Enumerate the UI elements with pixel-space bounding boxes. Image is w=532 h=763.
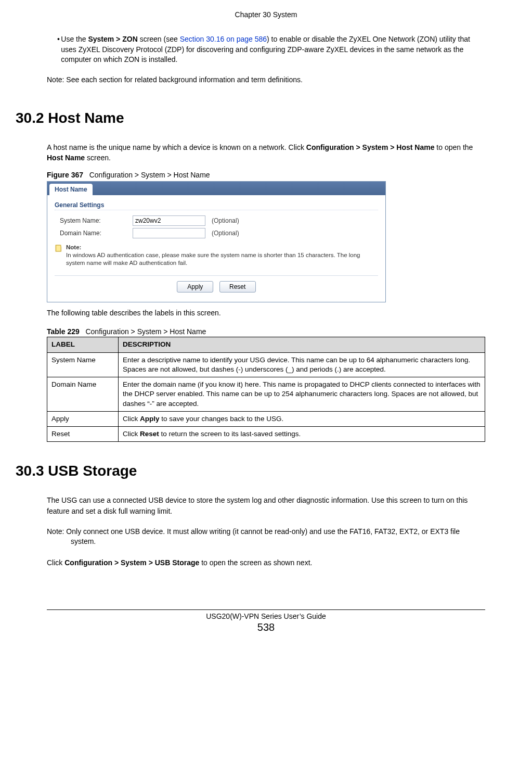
note-title: Note:	[66, 244, 81, 250]
td-desc-bold: Apply	[140, 415, 160, 423]
p303-bold: Configuration > System > USB Storage	[64, 558, 199, 567]
table-row: Reset Click Reset to return the screen t…	[47, 427, 485, 442]
note-text: In windows AD authentication case, pleas…	[66, 252, 360, 266]
figure-caption-text: Configuration > System > Host Name	[89, 171, 210, 179]
section-302-heading: 30.2 Host Name	[16, 110, 485, 126]
bullet-prefix: Use the	[61, 35, 88, 43]
th-label: LABEL	[47, 337, 119, 352]
domain-name-label: Domain Name:	[55, 230, 133, 237]
figure-caption: Figure 367 Configuration > System > Host…	[47, 171, 485, 179]
p303-post: to open the screen as shown next.	[199, 558, 312, 567]
p303-pre: Click	[47, 558, 64, 567]
footer-rule	[47, 609, 485, 610]
page-footer: USG20(W)-VPN Series User’s Guide 538	[47, 609, 485, 633]
intro-bullet: • Use the System > ZON screen (see Secti…	[57, 34, 485, 65]
table-label: Table 229	[47, 327, 80, 336]
td-label: Domain Name	[47, 377, 119, 412]
section-303-heading: 30.3 USB Storage	[16, 463, 485, 479]
td-desc-post: to return the screen to its last-saved s…	[159, 430, 301, 438]
td-label: Reset	[47, 427, 119, 442]
section-303-para1: The USG can use a connected USB device t…	[47, 495, 485, 516]
svg-rect-0	[56, 245, 61, 251]
bullet-bold1: System > ZON	[88, 35, 137, 43]
apply-button[interactable]: Apply	[177, 281, 213, 293]
note-icon	[55, 244, 63, 252]
table-row: Domain Name Enter the domain name (if yo…	[47, 377, 485, 412]
table-row: System Name Enter a descriptive name to …	[47, 352, 485, 377]
td-desc: Enter a descriptive name to identify you…	[119, 352, 485, 377]
hostname-tab[interactable]: Host Name	[49, 184, 93, 195]
p302-2: to open the	[434, 143, 473, 151]
chapter-header: Chapter 30 System	[47, 10, 485, 19]
bullet-mid1: screen (see	[138, 35, 180, 43]
bullet-dot: •	[57, 34, 61, 65]
td-label: Apply	[47, 411, 119, 426]
hostname-table: LABEL DESCRIPTION System Name Enter a de…	[47, 337, 485, 442]
td-desc-pre: Click	[123, 430, 140, 438]
screenshot-note: Note: In windows AD authentication case,…	[55, 244, 378, 267]
bullet-link[interactable]: Section 30.16 on page 586	[180, 35, 267, 43]
section-303-para2: Click Configuration > System > USB Stora…	[47, 557, 485, 568]
td-desc-bold: Reset	[140, 430, 159, 438]
general-settings-title: General Settings	[55, 201, 378, 210]
reset-button[interactable]: Reset	[219, 281, 256, 293]
section-302-para: A host name is the unique name by which …	[47, 142, 485, 163]
table-row: Apply Click Apply to save your changes b…	[47, 411, 485, 426]
td-desc-pre: Click	[123, 415, 140, 423]
td-desc: Click Reset to return the screen to its …	[119, 427, 485, 442]
domain-name-optional: (Optional)	[212, 230, 239, 237]
footer-guide: USG20(W)-VPN Series User’s Guide	[47, 612, 485, 620]
system-name-label: System Name:	[55, 217, 133, 224]
screenshot-header: Host Name	[47, 182, 385, 195]
th-desc: DESCRIPTION	[119, 337, 485, 352]
hostname-screenshot: Host Name General Settings System Name: …	[47, 181, 386, 302]
figure-label: Figure 367	[47, 171, 83, 179]
bullet-text: Use the System > ZON screen (see Section…	[61, 34, 485, 65]
p302-3: screen.	[85, 154, 111, 162]
p302-b1: Configuration > System > Host Name	[306, 143, 435, 151]
td-desc-post: to save your changes back to the USG.	[160, 415, 284, 423]
section-303-note: Note: Only connect one USB device. It mu…	[47, 527, 485, 547]
td-label: System Name	[47, 352, 119, 377]
p302-1: A host name is the unique name by which …	[47, 143, 306, 151]
td-desc: Click Apply to save your changes back to…	[119, 411, 485, 426]
table-caption-text: Configuration > System > Host Name	[85, 327, 206, 336]
system-name-input[interactable]	[133, 215, 205, 226]
intro-note: Note: See each section for related backg…	[47, 75, 485, 84]
table-header-row: LABEL DESCRIPTION	[47, 337, 485, 352]
p302-b2: Host Name	[47, 154, 85, 162]
table-intro: The following table describes the labels…	[47, 308, 485, 318]
td-desc: Enter the domain name (if you know it) h…	[119, 377, 485, 412]
table-caption: Table 229 Configuration > System > Host …	[47, 327, 485, 336]
footer-page-number: 538	[47, 621, 485, 633]
domain-name-input[interactable]	[133, 228, 205, 238]
system-name-optional: (Optional)	[212, 217, 239, 224]
